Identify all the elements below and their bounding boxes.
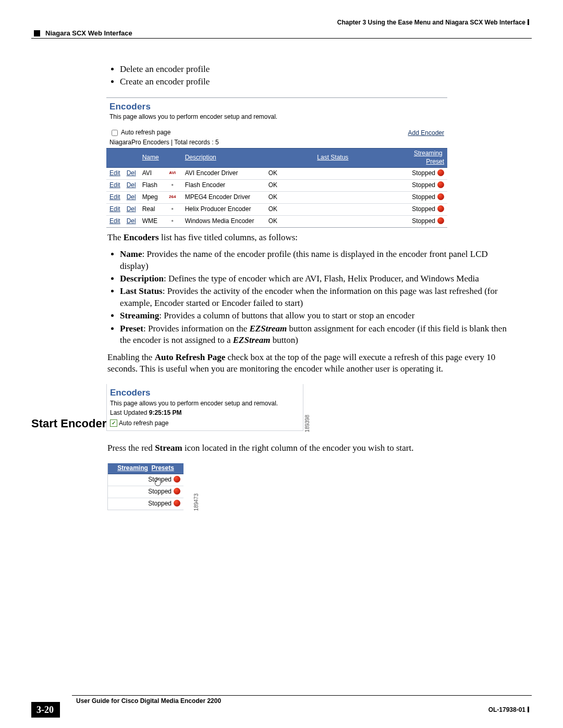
start-encoder-paragraph: Press the red Stream icon located in the… (107, 442, 513, 454)
encoder-type-icon: 264 (163, 191, 182, 203)
stream-state: Stopped (412, 181, 435, 189)
col-presets[interactable]: Presets (151, 464, 174, 472)
encoder-type-icon: ● (163, 215, 182, 227)
auto-refresh-checkbox-checked[interactable]: ✓ (110, 419, 117, 427)
auto-refresh-label: Auto refresh page (121, 129, 170, 137)
col-streaming[interactable]: Streaming (117, 464, 148, 472)
cell-status: OK (265, 179, 400, 191)
table-row: EditDelAVIAVIAVI Encoder DriverOKStopped (106, 167, 447, 179)
cell-description: Helix Producer Encoder (182, 203, 265, 215)
footer-ol-number: OL-17938-01 (488, 706, 529, 713)
last-updated: Last Updated 9:25:15 PM (107, 409, 303, 419)
stream-state: Stopped (412, 217, 435, 225)
panel-subtitle: This page allows you to perform encoder … (107, 399, 303, 409)
cell-description: MPEG4 Encoder Driver (182, 191, 265, 203)
cell-description: Flash Encoder (182, 179, 265, 191)
auto-refresh-paragraph: Enabling the Auto Refresh Page check box… (107, 352, 513, 375)
cell-name: Flash (139, 179, 163, 191)
stream-stop-icon[interactable] (437, 181, 444, 188)
col-last-status[interactable]: Last Status (317, 154, 348, 161)
cell-status: OK (265, 215, 400, 227)
running-header-left: Niagara SCX Web Interface (34, 29, 132, 37)
stream-stop-icon[interactable] (437, 193, 444, 200)
intro-bullet-list: Delete an encoder profile Create an enco… (107, 64, 513, 88)
stream-stop-icon[interactable] (437, 205, 444, 212)
panel-title: Encoders (107, 384, 303, 399)
encoders-refresh-screenshot: Encoders This page allows you to perform… (106, 384, 303, 431)
table-row: EditDelFlash●Flash EncoderOKStopped (106, 179, 447, 191)
page-number-badge: 3-20 (31, 702, 60, 718)
list-item: Delete an encoder profile (120, 64, 513, 75)
del-link[interactable]: Del (127, 181, 136, 189)
edit-link[interactable]: Edit (109, 181, 120, 189)
col-name[interactable]: Name (142, 154, 159, 161)
footer-book-title: User Guide for Cisco Digital Media Encod… (76, 697, 221, 705)
auto-refresh-label: Auto refresh page (119, 419, 168, 428)
col-streaming[interactable]: Streaming (414, 150, 443, 157)
footer-rule (72, 695, 532, 696)
del-link[interactable]: Del (127, 217, 136, 225)
stream-state: Stopped (148, 488, 172, 495)
cell-name: AVI (139, 167, 163, 179)
stream-state: Stopped (148, 476, 172, 483)
stream-stop-icon[interactable] (437, 169, 444, 176)
columns-intro: The Encoders list has five titled column… (107, 232, 513, 243)
table-row: Stopped (108, 498, 183, 509)
encoder-type-icon: ● (163, 179, 182, 191)
del-link[interactable]: Del (127, 193, 136, 201)
running-header-right: Chapter 3 Using the Ease Menu and Niagar… (337, 19, 529, 26)
stream-state: Stopped (412, 169, 435, 177)
cell-name: WME (139, 215, 163, 227)
table-row: EditDelWME●Windows Media EncoderOKStoppe… (106, 215, 447, 227)
table-row: EditDelMpeg264MPEG4 Encoder DriverOKStop… (106, 191, 447, 203)
cell-description: AVI Encoder Driver (182, 167, 265, 179)
edit-link[interactable]: Edit (109, 217, 120, 225)
column-definitions: Name: Provides the name of the encoder p… (107, 249, 513, 347)
streaming-column-screenshot: Streaming Presets StoppedStoppedStopped (107, 463, 183, 510)
cell-status: OK (265, 203, 400, 215)
add-encoder-link[interactable]: Add Encoder (408, 129, 444, 138)
del-link[interactable]: Del (127, 169, 136, 177)
stream-stop-icon[interactable] (174, 476, 180, 483)
auto-refresh-checkbox[interactable] (112, 130, 118, 136)
encoders-table: Name Description Last Status Streaming P… (106, 148, 447, 227)
stream-stop-icon[interactable] (174, 500, 180, 507)
col-description[interactable]: Description (185, 154, 216, 161)
figure-id: 189398 (304, 415, 311, 432)
section-heading-start-encoder: Start Encoder (31, 417, 106, 430)
list-item: Name: Provides the name of the encoder p… (120, 249, 513, 272)
record-count: NiagaraPro Encoders | Total records : 5 (106, 139, 447, 148)
edit-link[interactable]: Edit (109, 169, 120, 177)
panel-subtitle: This page allows you to perform encoder … (106, 113, 447, 123)
list-item: Preset: Provides information on the EZSt… (120, 323, 513, 347)
cell-name: Real (139, 203, 163, 215)
square-bullet-icon (34, 30, 40, 36)
list-item: Create an encoder profile (120, 76, 513, 88)
list-item: Streaming: Provides a column of buttons … (120, 310, 513, 322)
body-column: Delete an encoder profile Create an enco… (107, 63, 513, 431)
cell-name: Mpeg (139, 191, 163, 203)
figure-id: 189473 (193, 493, 200, 511)
list-item: Last Status: Provides the activity of th… (120, 286, 513, 309)
table-row: EditDelReal●Helix Producer EncoderOKStop… (106, 203, 447, 215)
list-item: Description: Defines the type of encoder… (120, 273, 513, 285)
encoder-type-icon: ● (163, 203, 182, 215)
encoders-screenshot: Encoders This page allows you to perform… (106, 97, 447, 228)
stream-stop-icon[interactable] (437, 217, 444, 224)
cell-status: OK (265, 167, 400, 179)
table-row: Stopped (108, 474, 183, 486)
stream-state: Stopped (412, 193, 435, 201)
stream-state: Stopped (412, 205, 435, 213)
table-row: Stopped (108, 486, 183, 498)
stream-stop-icon[interactable] (174, 488, 180, 495)
stream-state: Stopped (148, 500, 172, 507)
col-preset[interactable]: Preset (426, 158, 444, 165)
header-rule (31, 38, 532, 39)
body-column-2: Press the red Stream icon located in the… (107, 439, 513, 510)
edit-link[interactable]: Edit (109, 193, 120, 201)
panel-title: Encoders (106, 98, 447, 113)
del-link[interactable]: Del (127, 205, 136, 213)
edit-link[interactable]: Edit (109, 205, 120, 213)
cell-description: Windows Media Encoder (182, 215, 265, 227)
encoder-type-icon: AVI (163, 167, 182, 179)
